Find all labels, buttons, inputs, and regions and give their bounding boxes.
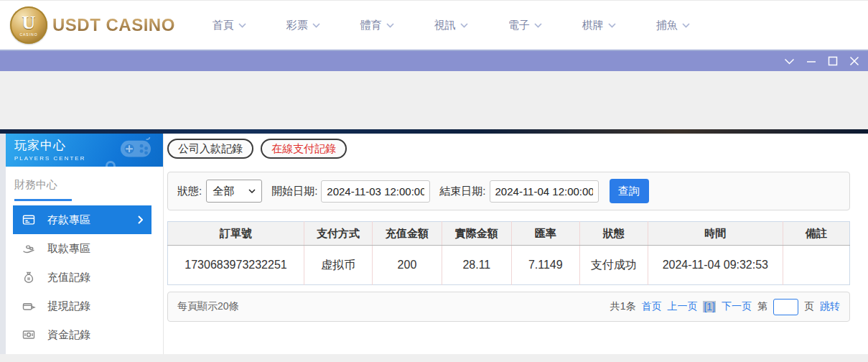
nav-item-lottery[interactable]: 彩票 xyxy=(286,19,320,32)
nav-item-fishing[interactable]: 捕魚 xyxy=(656,19,690,32)
chevron-down-icon xyxy=(386,23,394,28)
nav-item-sports[interactable]: 體育 xyxy=(360,19,394,32)
table-row: 1730683973232251 虚拟币 200 28.11 7.1149 支付… xyxy=(168,246,850,285)
header-time: 時間 xyxy=(648,222,783,246)
main-nav: 首頁 彩票 體育 視訊 電子 棋牌 xyxy=(213,19,690,32)
nav-label: 彩票 xyxy=(286,19,308,32)
status-label: 狀態: xyxy=(177,185,202,198)
withdraw-hand-icon xyxy=(22,241,36,256)
header-rate: 匯率 xyxy=(511,222,579,246)
sidebar-item-deposit[interactable]: 存款專區 xyxy=(13,205,151,234)
tab-online-payment-records[interactable]: 在線支付記錄 xyxy=(261,139,347,159)
cell-status: 支付成功 xyxy=(579,246,648,285)
chevron-down-icon xyxy=(534,23,542,28)
end-date-input[interactable] xyxy=(490,180,599,203)
sidebar-item-label: 充值記錄 xyxy=(47,271,90,284)
banknote-icon xyxy=(22,328,36,342)
header-order-no: 訂單號 xyxy=(168,222,304,246)
sidebar-item-recharge-records[interactable]: 充值記錄 xyxy=(13,263,151,292)
deposit-card-icon xyxy=(22,213,36,227)
status-select-value: 全部 xyxy=(213,185,234,198)
decor-ring-icon xyxy=(106,161,116,167)
jump-prefix-label: 第 xyxy=(757,300,767,313)
header-amount: 充值金額 xyxy=(373,222,442,246)
header-real-amount: 實際金額 xyxy=(442,222,511,246)
chevron-down-icon xyxy=(682,23,690,28)
sidebar-item-withdraw-records[interactable]: 提現記錄 xyxy=(13,292,151,320)
gamepad-icon xyxy=(117,137,154,162)
section-underline xyxy=(14,199,72,201)
start-date-label: 開始日期: xyxy=(271,185,317,198)
next-page-link[interactable]: 下一页 xyxy=(722,300,752,313)
header-pay-method: 支付方式 xyxy=(304,222,373,246)
search-button[interactable]: 查詢 xyxy=(610,179,649,203)
start-date-input[interactable] xyxy=(321,180,430,203)
prev-page-link[interactable]: 上一页 xyxy=(667,300,697,313)
nav-label: 視訊 xyxy=(434,19,456,32)
close-icon[interactable] xyxy=(849,56,859,66)
tab-company-deposit-records[interactable]: 公司入款記錄 xyxy=(167,139,253,159)
brand-name: USDT CASINO xyxy=(52,15,175,35)
nav-item-slots[interactable]: 電子 xyxy=(508,19,542,32)
sidebar-item-label: 存款專區 xyxy=(47,213,90,227)
bottom-strip xyxy=(0,354,868,362)
cell-note xyxy=(783,246,849,285)
nav-label: 首頁 xyxy=(213,19,234,32)
wallet-out-icon xyxy=(22,299,36,313)
nav-item-cards[interactable]: 棋牌 xyxy=(582,19,616,32)
header-spacer xyxy=(0,71,868,129)
maximize-icon[interactable] xyxy=(828,56,838,66)
table-footer: 每頁顯示20條 共1条 首页 上一页 [1] 下一页 第 页 跳转 xyxy=(167,292,850,322)
nav-item-live[interactable]: 視訊 xyxy=(434,19,468,32)
record-tabs: 公司入款記錄 在線支付記錄 xyxy=(167,139,850,159)
jump-action-link[interactable]: 跳转 xyxy=(820,300,840,313)
sidebar-item-label: 提現記錄 xyxy=(47,300,90,313)
nav-label: 棋牌 xyxy=(582,19,604,32)
sidebar-section-title: 財務中心 xyxy=(14,178,163,192)
header-status: 狀態 xyxy=(579,222,648,246)
chevron-down-icon xyxy=(608,23,616,28)
first-page-link[interactable]: 首页 xyxy=(641,300,661,313)
moneybag-icon xyxy=(22,270,36,284)
main-panel: 公司入款記錄 在線支付記錄 狀態: 全部 開始日期: 結束日期: 查詢 訂單號 xyxy=(164,134,868,354)
chevron-down-icon xyxy=(248,189,256,193)
logo-sub-text: CASINO xyxy=(19,32,37,37)
nav-label: 電子 xyxy=(508,19,530,32)
sidebar-item-fund-records[interactable]: 資金記錄 xyxy=(13,320,151,349)
sidebar-item-label: 取款專區 xyxy=(47,242,90,256)
status-select[interactable]: 全部 xyxy=(206,180,262,203)
cell-order-no: 1730683973232251 xyxy=(168,246,304,285)
brand-logo: U CASINO USDT CASINO xyxy=(10,6,175,44)
page-jump-input[interactable] xyxy=(773,299,798,315)
current-page-indicator[interactable]: [1] xyxy=(703,301,716,312)
nav-label: 捕魚 xyxy=(656,19,678,32)
minimize-icon[interactable] xyxy=(806,56,816,66)
sidebar-item-withdraw[interactable]: 取款專區 xyxy=(13,234,151,263)
chevron-right-icon xyxy=(138,215,143,224)
end-date-label: 結束日期: xyxy=(439,185,485,198)
window-title-bar xyxy=(0,51,868,71)
total-count-text: 共1条 xyxy=(610,300,636,313)
cell-pay-method: 虚拟币 xyxy=(304,246,373,285)
top-header: U CASINO USDT CASINO 首頁 彩票 體育 視訊 xyxy=(0,0,868,51)
pagination: 共1条 首页 上一页 [1] 下一页 第 页 跳转 xyxy=(610,299,840,315)
sidebar-menu: 存款專區 取款專區 充值記錄 xyxy=(6,205,163,349)
sidebar-item-label: 資金記錄 xyxy=(47,328,90,342)
chevron-down-icon xyxy=(460,23,468,28)
cell-real-amount: 28.11 xyxy=(442,246,511,285)
cell-time: 2024-11-04 09:32:53 xyxy=(648,246,783,285)
records-table: 訂單號 支付方式 充值金額 實際金額 匯率 狀態 時間 備註 173068397… xyxy=(167,221,850,285)
jump-suffix-label: 页 xyxy=(804,300,814,313)
logo-ball-icon: U CASINO xyxy=(10,6,47,44)
chevron-down-icon xyxy=(238,23,246,28)
table-header-row: 訂單號 支付方式 充值金額 實際金額 匯率 狀態 時間 備註 xyxy=(168,222,850,246)
logo-letter: U xyxy=(22,14,36,32)
sidebar-header: 玩家中心 PLAYERS CENTER xyxy=(6,134,163,167)
nav-item-home[interactable]: 首頁 xyxy=(213,19,246,32)
app-window: U CASINO USDT CASINO 首頁 彩票 體育 視訊 xyxy=(0,0,868,362)
nav-label: 體育 xyxy=(360,19,382,32)
content-area: 玩家中心 PLAYERS CENTER 財務中心 xyxy=(0,134,868,354)
sidebar: 玩家中心 PLAYERS CENTER 財務中心 xyxy=(6,134,164,354)
chevron-down-icon[interactable] xyxy=(784,58,795,65)
page-size-text: 每頁顯示20條 xyxy=(177,300,239,313)
